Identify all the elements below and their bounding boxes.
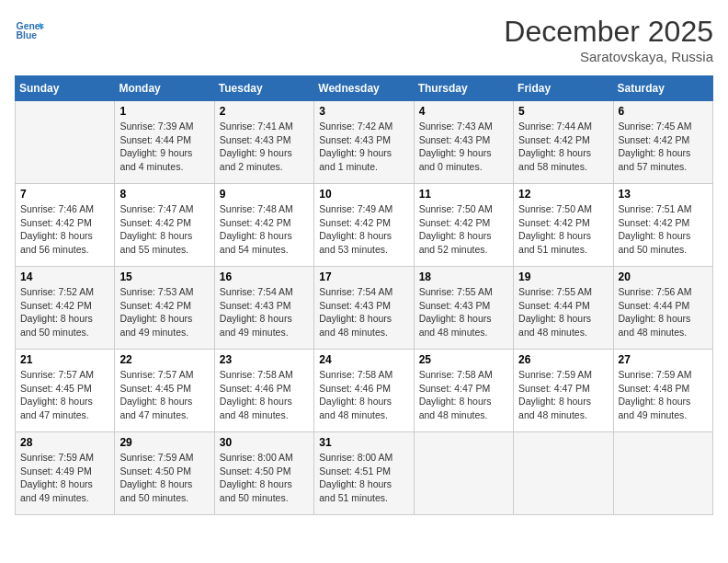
calendar-cell: 5Sunrise: 7:44 AM Sunset: 4:42 PM Daylig… xyxy=(514,101,613,184)
day-info: Sunrise: 7:43 AM Sunset: 4:43 PM Dayligh… xyxy=(419,120,508,174)
calendar-cell xyxy=(16,101,115,184)
calendar-body: 1Sunrise: 7:39 AM Sunset: 4:44 PM Daylig… xyxy=(16,101,713,515)
calendar-cell: 2Sunrise: 7:41 AM Sunset: 4:43 PM Daylig… xyxy=(214,101,313,184)
day-info: Sunrise: 7:55 AM Sunset: 4:43 PM Dayligh… xyxy=(419,285,508,339)
day-info: Sunrise: 7:49 AM Sunset: 4:42 PM Dayligh… xyxy=(319,202,408,257)
calendar-cell: 4Sunrise: 7:43 AM Sunset: 4:43 PM Daylig… xyxy=(414,101,513,184)
calendar-cell xyxy=(414,432,513,515)
day-info: Sunrise: 7:53 AM Sunset: 4:42 PM Dayligh… xyxy=(119,285,209,339)
day-number: 3 xyxy=(319,105,408,118)
day-info: Sunrise: 7:59 AM Sunset: 4:50 PM Dayligh… xyxy=(119,451,209,505)
day-number: 19 xyxy=(518,270,608,283)
day-info: Sunrise: 8:00 AM Sunset: 4:50 PM Dayligh… xyxy=(220,451,309,505)
month-title: December 2025 xyxy=(504,15,713,49)
svg-text:Blue: Blue xyxy=(17,30,38,40)
day-of-week-header: Tuesday xyxy=(214,76,313,101)
day-info: Sunrise: 7:57 AM Sunset: 4:45 PM Dayligh… xyxy=(119,368,209,422)
day-info: Sunrise: 7:51 AM Sunset: 4:42 PM Dayligh… xyxy=(619,202,708,257)
day-info: Sunrise: 7:44 AM Sunset: 4:42 PM Dayligh… xyxy=(518,120,608,174)
day-info: Sunrise: 7:55 AM Sunset: 4:44 PM Dayligh… xyxy=(518,285,608,339)
day-number: 13 xyxy=(619,188,708,201)
day-info: Sunrise: 7:57 AM Sunset: 4:45 PM Dayligh… xyxy=(20,368,109,422)
day-info: Sunrise: 7:59 AM Sunset: 4:49 PM Dayligh… xyxy=(20,451,109,505)
day-number: 5 xyxy=(518,105,608,118)
calendar-cell: 29Sunrise: 7:59 AM Sunset: 4:50 PM Dayli… xyxy=(115,432,214,515)
calendar-cell xyxy=(613,432,712,515)
day-number: 21 xyxy=(20,353,109,366)
day-number: 10 xyxy=(319,188,408,201)
day-number: 8 xyxy=(119,188,209,201)
calendar-cell: 9Sunrise: 7:48 AM Sunset: 4:42 PM Daylig… xyxy=(214,184,313,267)
calendar-week-row: 21Sunrise: 7:57 AM Sunset: 4:45 PM Dayli… xyxy=(16,350,713,432)
day-info: Sunrise: 7:48 AM Sunset: 4:42 PM Dayligh… xyxy=(220,202,309,257)
calendar-cell: 20Sunrise: 7:56 AM Sunset: 4:44 PM Dayli… xyxy=(613,267,712,350)
day-number: 26 xyxy=(518,353,608,366)
calendar-cell: 19Sunrise: 7:55 AM Sunset: 4:44 PM Dayli… xyxy=(514,267,613,350)
day-info: Sunrise: 7:39 AM Sunset: 4:44 PM Dayligh… xyxy=(119,120,209,174)
day-info: Sunrise: 7:45 AM Sunset: 4:42 PM Dayligh… xyxy=(619,120,708,174)
calendar-cell: 15Sunrise: 7:53 AM Sunset: 4:42 PM Dayli… xyxy=(115,267,214,350)
calendar-cell: 3Sunrise: 7:42 AM Sunset: 4:43 PM Daylig… xyxy=(314,101,414,184)
calendar-cell: 7Sunrise: 7:46 AM Sunset: 4:42 PM Daylig… xyxy=(16,184,115,267)
calendar-cell: 13Sunrise: 7:51 AM Sunset: 4:42 PM Dayli… xyxy=(613,184,712,267)
calendar-cell: 12Sunrise: 7:50 AM Sunset: 4:42 PM Dayli… xyxy=(514,184,613,267)
day-number: 1 xyxy=(119,105,209,118)
day-number: 22 xyxy=(119,353,209,366)
calendar-cell: 27Sunrise: 7:59 AM Sunset: 4:48 PM Dayli… xyxy=(613,350,712,432)
day-number: 16 xyxy=(220,270,309,283)
day-number: 4 xyxy=(419,105,508,118)
calendar-cell: 21Sunrise: 7:57 AM Sunset: 4:45 PM Dayli… xyxy=(16,350,115,432)
title-area: December 2025 Saratovskaya, Russia xyxy=(504,15,713,64)
day-number: 23 xyxy=(220,353,309,366)
calendar-cell: 6Sunrise: 7:45 AM Sunset: 4:42 PM Daylig… xyxy=(613,101,712,184)
day-number: 7 xyxy=(20,188,109,201)
calendar-week-row: 28Sunrise: 7:59 AM Sunset: 4:49 PM Dayli… xyxy=(16,432,713,515)
day-number: 27 xyxy=(619,353,708,366)
calendar-cell: 23Sunrise: 7:58 AM Sunset: 4:46 PM Dayli… xyxy=(214,350,313,432)
logo: General Blue xyxy=(15,15,44,44)
day-info: Sunrise: 7:59 AM Sunset: 4:47 PM Dayligh… xyxy=(518,368,608,422)
calendar-cell: 17Sunrise: 7:54 AM Sunset: 4:43 PM Dayli… xyxy=(314,267,414,350)
calendar-cell: 22Sunrise: 7:57 AM Sunset: 4:45 PM Dayli… xyxy=(115,350,214,432)
day-number: 17 xyxy=(319,270,408,283)
calendar-cell: 11Sunrise: 7:50 AM Sunset: 4:42 PM Dayli… xyxy=(414,184,513,267)
day-number: 24 xyxy=(319,353,408,366)
logo-icon: General Blue xyxy=(15,15,44,44)
calendar-cell: 26Sunrise: 7:59 AM Sunset: 4:47 PM Dayli… xyxy=(514,350,613,432)
day-info: Sunrise: 7:58 AM Sunset: 4:46 PM Dayligh… xyxy=(220,368,309,422)
day-of-week-header: Saturday xyxy=(613,76,712,101)
calendar-cell: 8Sunrise: 7:47 AM Sunset: 4:42 PM Daylig… xyxy=(115,184,214,267)
day-info: Sunrise: 7:42 AM Sunset: 4:43 PM Dayligh… xyxy=(319,120,408,174)
day-number: 31 xyxy=(319,436,408,449)
day-info: Sunrise: 7:50 AM Sunset: 4:42 PM Dayligh… xyxy=(419,202,508,257)
day-number: 14 xyxy=(20,270,109,283)
day-info: Sunrise: 7:58 AM Sunset: 4:47 PM Dayligh… xyxy=(419,368,508,422)
day-number: 29 xyxy=(119,436,209,449)
location-subtitle: Saratovskaya, Russia xyxy=(504,49,713,64)
day-number: 15 xyxy=(119,270,209,283)
day-info: Sunrise: 7:47 AM Sunset: 4:42 PM Dayligh… xyxy=(119,202,209,257)
day-number: 18 xyxy=(419,270,508,283)
day-info: Sunrise: 7:59 AM Sunset: 4:48 PM Dayligh… xyxy=(619,368,708,422)
day-number: 9 xyxy=(220,188,309,201)
day-info: Sunrise: 7:52 AM Sunset: 4:42 PM Dayligh… xyxy=(20,285,109,339)
calendar-header-row: SundayMondayTuesdayWednesdayThursdayFrid… xyxy=(16,76,713,101)
calendar-week-row: 1Sunrise: 7:39 AM Sunset: 4:44 PM Daylig… xyxy=(16,101,713,184)
day-number: 11 xyxy=(419,188,508,201)
calendar-cell: 10Sunrise: 7:49 AM Sunset: 4:42 PM Dayli… xyxy=(314,184,414,267)
day-number: 2 xyxy=(220,105,309,118)
calendar-cell: 25Sunrise: 7:58 AM Sunset: 4:47 PM Dayli… xyxy=(414,350,513,432)
day-number: 6 xyxy=(619,105,708,118)
day-info: Sunrise: 7:54 AM Sunset: 4:43 PM Dayligh… xyxy=(319,285,408,339)
day-number: 30 xyxy=(220,436,309,449)
calendar-cell: 28Sunrise: 7:59 AM Sunset: 4:49 PM Dayli… xyxy=(16,432,115,515)
calendar-cell: 18Sunrise: 7:55 AM Sunset: 4:43 PM Dayli… xyxy=(414,267,513,350)
calendar-week-row: 14Sunrise: 7:52 AM Sunset: 4:42 PM Dayli… xyxy=(16,267,713,350)
day-info: Sunrise: 7:58 AM Sunset: 4:46 PM Dayligh… xyxy=(319,368,408,422)
calendar-cell: 14Sunrise: 7:52 AM Sunset: 4:42 PM Dayli… xyxy=(16,267,115,350)
day-number: 25 xyxy=(419,353,508,366)
calendar-week-row: 7Sunrise: 7:46 AM Sunset: 4:42 PM Daylig… xyxy=(16,184,713,267)
day-number: 20 xyxy=(619,270,708,283)
day-of-week-header: Friday xyxy=(514,76,613,101)
calendar-cell: 31Sunrise: 8:00 AM Sunset: 4:51 PM Dayli… xyxy=(314,432,414,515)
